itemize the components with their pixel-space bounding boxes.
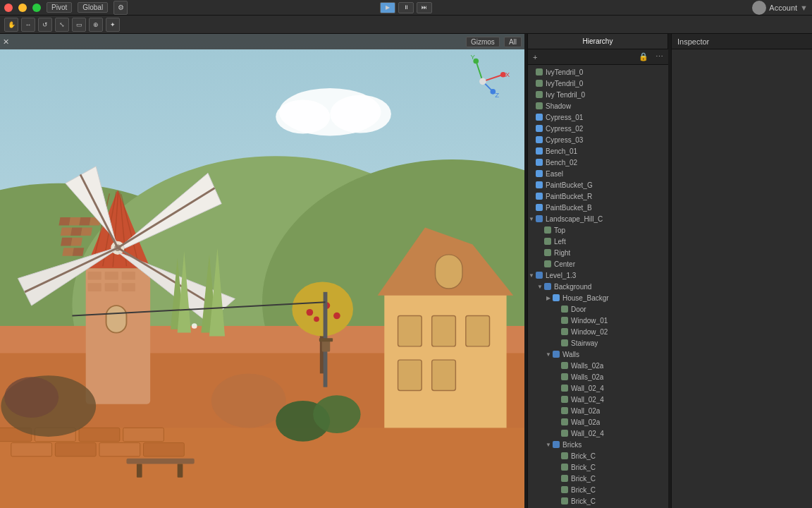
svg-rect-11 xyxy=(105,272,118,280)
svg-rect-47 xyxy=(432,316,456,346)
scale-tool-btn[interactable]: ⤡ xyxy=(55,18,69,32)
tree-item[interactable]: Brick_C xyxy=(528,484,668,495)
window-minimize-btn[interactable] xyxy=(18,4,27,12)
tree-item[interactable]: Cypress_01 xyxy=(528,111,668,123)
svg-rect-67 xyxy=(11,443,52,456)
tree-item[interactable]: Cypress_03 xyxy=(528,134,668,145)
svg-point-80 xyxy=(211,373,286,428)
tree-item[interactable]: Easel xyxy=(528,168,668,179)
tree-item-label: Wall_02_4 xyxy=(571,396,604,404)
hierarchy-add-btn[interactable]: + xyxy=(531,52,539,62)
tree-item-label: Right xyxy=(554,249,570,257)
all-layers-button[interactable]: All xyxy=(504,37,522,47)
tree-item[interactable]: Wall_02_4 xyxy=(528,394,668,405)
tree-item[interactable]: IvyTendril_0 xyxy=(528,78,668,89)
tree-item[interactable]: Window_02 xyxy=(528,326,668,337)
tree-item[interactable]: Bench_01 xyxy=(528,145,668,157)
tree-item[interactable]: Brick_C xyxy=(528,495,668,507)
custom-tool-btn[interactable]: ✦ xyxy=(106,18,120,32)
svg-rect-49 xyxy=(398,360,422,390)
tree-item-label: Top xyxy=(554,226,565,234)
tree-toggle-icon[interactable]: ▼ xyxy=(545,442,552,448)
svg-point-57 xyxy=(292,282,353,336)
tree-item[interactable]: Ivy Tendril_0 xyxy=(528,89,668,100)
tree-item[interactable]: Wall_02a xyxy=(528,405,668,416)
tree-toggle-icon[interactable]: ▼ xyxy=(528,216,535,222)
tree-item[interactable]: Window_01 xyxy=(528,315,668,326)
tree-item-icon xyxy=(560,384,569,392)
tree-item[interactable]: Stairway xyxy=(528,337,668,349)
tree-toggle-icon[interactable]: ▶ xyxy=(545,295,552,301)
tree-item[interactable]: PaintBucket_R xyxy=(528,190,668,202)
tree-item[interactable]: Brick_C xyxy=(528,450,668,461)
hierarchy-tab[interactable]: Hierarchy xyxy=(528,34,668,49)
tree-item[interactable]: Brick_C xyxy=(528,473,668,484)
account-chevron-icon[interactable]: ▼ xyxy=(800,4,808,12)
window-maximize-btn[interactable] xyxy=(32,4,41,12)
viewport[interactable]: ✕ Gizmos All xyxy=(0,34,524,508)
hierarchy-tree[interactable]: IvyTendril_0IvyTendril_0Ivy Tendril_0Sha… xyxy=(528,65,668,508)
tree-item[interactable]: Bench_02 xyxy=(528,157,668,168)
tree-item[interactable]: Center xyxy=(528,258,668,270)
settings-icon-btn[interactable]: ⚙ xyxy=(113,1,128,15)
gizmos-button[interactable]: Gizmos xyxy=(466,37,500,47)
tree-item-label: Brick_C xyxy=(571,497,596,505)
tree-item[interactable]: PaintBucket_G xyxy=(528,179,668,190)
window-close-btn[interactable] xyxy=(4,4,13,12)
transform-tool-btn[interactable]: ⊕ xyxy=(89,18,103,32)
tree-item-icon xyxy=(535,124,543,133)
tree-item[interactable]: IvyTendril_0 xyxy=(528,66,668,78)
tree-item[interactable]: ▼Landscape_Hill_C xyxy=(528,213,668,224)
tree-item[interactable]: Right xyxy=(528,247,668,258)
tree-item[interactable]: ▼Background xyxy=(528,281,668,292)
tree-item[interactable]: Left xyxy=(528,236,668,247)
tree-item[interactable]: Brick_C xyxy=(528,461,668,473)
step-button[interactable]: ⏭ xyxy=(417,2,432,13)
tree-item-label: Window_02 xyxy=(571,328,608,336)
tree-item[interactable]: Shadow xyxy=(528,100,668,111)
tree-item[interactable]: ▼Walls xyxy=(528,349,668,360)
global-button[interactable]: Global xyxy=(78,2,108,13)
tree-item-label: Cypress_03 xyxy=(546,136,583,144)
hand-tool-btn[interactable]: ✋ xyxy=(4,18,18,32)
hierarchy-menu-btn[interactable]: ⋯ xyxy=(653,52,665,62)
hierarchy-lock-btn[interactable]: 🔒 xyxy=(636,52,651,62)
pause-button[interactable]: ⏸ xyxy=(398,2,414,13)
svg-rect-28 xyxy=(70,227,82,236)
tree-item-icon xyxy=(560,305,569,313)
pivot-button[interactable]: Pivot xyxy=(47,2,72,13)
svg-point-2 xyxy=(276,99,330,133)
viewport-close-icon[interactable]: ✕ xyxy=(3,37,9,47)
tree-toggle-icon[interactable]: ▼ xyxy=(528,272,535,279)
tree-item[interactable]: Wall_02a xyxy=(528,416,668,428)
tree-item[interactable]: Cypress_02 xyxy=(528,123,668,134)
tree-item[interactable]: Wall_02_4 xyxy=(528,428,668,439)
tree-item-label: Brick_C xyxy=(571,475,596,483)
rotate-tool-btn[interactable]: ↺ xyxy=(38,18,52,32)
tree-item-label: Walls xyxy=(562,351,579,358)
svg-rect-71 xyxy=(126,459,194,464)
account-label: Account xyxy=(769,4,797,12)
move-tool-btn[interactable]: ↔ xyxy=(21,18,35,32)
tree-item[interactable]: Walls_02a xyxy=(528,360,668,371)
tree-item[interactable]: Wall_02_4 xyxy=(528,382,668,394)
tree-item-label: Cypress_02 xyxy=(546,125,583,133)
tree-item[interactable]: Door xyxy=(528,303,668,315)
tree-toggle-icon[interactable]: ▼ xyxy=(536,284,543,290)
tree-toggle-icon[interactable]: ▼ xyxy=(545,351,552,358)
tree-item[interactable]: ▼Level_1.3 xyxy=(528,270,668,281)
tree-item-label: Walls_02a xyxy=(571,362,603,370)
svg-rect-29 xyxy=(81,227,92,236)
tree-item[interactable]: ▶House_Backgr xyxy=(528,292,668,303)
tree-item-icon xyxy=(552,440,560,449)
tree-item[interactable]: PaintBucket_B xyxy=(528,202,668,213)
tree-item[interactable]: ▼Bricks xyxy=(528,439,668,450)
rect-tool-btn[interactable]: ▭ xyxy=(72,18,86,32)
tree-item[interactable]: Walls_02a xyxy=(528,371,668,382)
tree-item-icon xyxy=(535,135,543,144)
play-button[interactable]: ▶ xyxy=(380,2,395,13)
tree-item[interactable]: Top xyxy=(528,224,668,236)
tree-item-label: Window_01 xyxy=(571,317,608,325)
tree-item-icon xyxy=(560,485,569,494)
svg-point-61 xyxy=(314,317,319,322)
